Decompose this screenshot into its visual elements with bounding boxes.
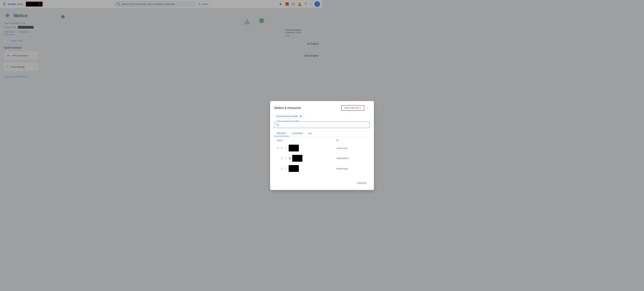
table-header: Name ID [274, 138, 322, 143]
modal-title: Select a resource [274, 106, 301, 110]
modal-header: Select a resource NEW PROJECT ⋮ [274, 105, 322, 111]
column-header-name: Name [277, 139, 322, 142]
search-field-label: Search projects and folders [276, 120, 300, 122]
search-field-container: Search projects and folders 🔍 [274, 121, 322, 128]
org-name-label: PENTIUM.NETWORK [276, 115, 298, 118]
search-field-icon: 🔍 [276, 123, 279, 126]
tab-recent[interactable]: RECENT [274, 131, 289, 136]
tab-all[interactable]: ALL [306, 131, 315, 136]
project-thumbnail [289, 145, 299, 146]
row-1-name [289, 145, 322, 146]
select-resource-modal: Select a resource NEW PROJECT ⋮ PENTIUM.… [270, 101, 322, 146]
modal-tabs: RECENT STARRED ALL [274, 131, 322, 136]
tab-starred[interactable]: STARRED [289, 131, 306, 136]
org-selector[interactable]: PENTIUM.NETWORK ▼ [274, 114, 304, 119]
search-projects-input[interactable] [274, 121, 322, 128]
modal-overlay: Select a resource NEW PROJECT ⋮ PENTIUM.… [0, 0, 322, 146]
table-row[interactable]: ✓ ☆ ⋮ mavis-auto [274, 143, 322, 146]
org-dropdown-icon: ▼ [299, 115, 302, 118]
